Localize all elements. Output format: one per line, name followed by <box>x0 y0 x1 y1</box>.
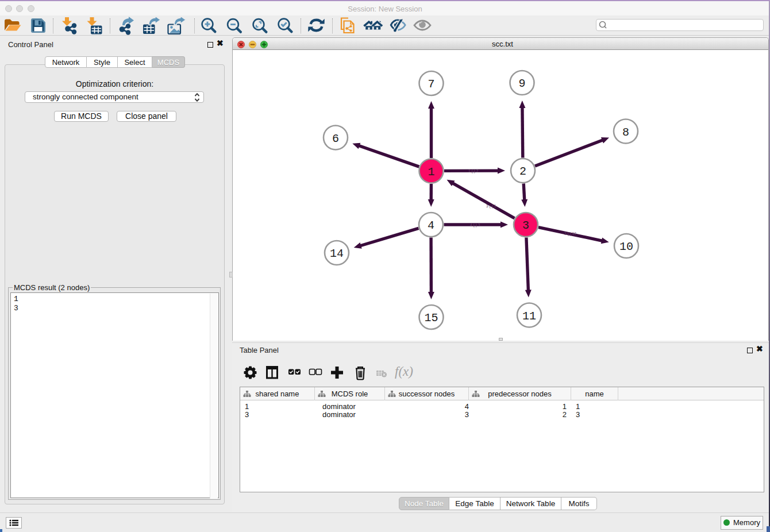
svg-text:7: 7 <box>428 78 434 91</box>
svg-text:f(x): f(x) <box>395 364 413 379</box>
svg-text:15: 15 <box>424 311 438 325</box>
svg-text:10: 10 <box>619 240 633 253</box>
svg-text:1: 1 <box>428 165 434 179</box>
svg-text:9: 9 <box>518 77 525 90</box>
svg-text:14: 14 <box>330 247 344 260</box>
svg-text:4 (-) 3: 4 (-) 3 <box>470 223 480 228</box>
svg-text:3: 3 <box>522 219 529 232</box>
svg-text:3 (-) 1: 3 (-) 1 <box>486 204 496 209</box>
svg-text:11: 11 <box>522 310 536 323</box>
svg-text:2: 2 <box>519 165 526 178</box>
svg-text:1 (-) 2: 1 (-) 2 <box>468 169 479 174</box>
svg-text:6: 6 <box>332 132 339 145</box>
svg-text:8: 8 <box>622 126 629 139</box>
svg-text:4: 4 <box>428 219 434 232</box>
svg-text:3 (-) 10: 3 (-) 10 <box>564 232 576 236</box>
